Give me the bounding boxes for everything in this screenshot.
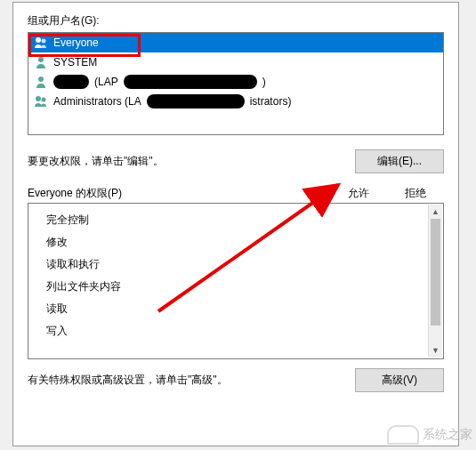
user-row-administrators[interactable]: Administrators (LA istrators) [28, 92, 443, 111]
permission-item: 读取 [28, 298, 443, 320]
svg-point-0 [36, 37, 41, 43]
svg-point-1 [42, 39, 46, 44]
edit-hint-text: 要更改权限，请单击"编辑"。 [28, 154, 164, 169]
permissions-for-label: Everyone 的权限(P) [28, 186, 330, 201]
svg-point-4 [36, 96, 41, 101]
svg-point-2 [38, 57, 44, 62]
user-name-tail: ) [262, 76, 266, 88]
edit-button[interactable]: 编辑(E)... [355, 149, 444, 173]
permission-item: 写入 [28, 320, 443, 342]
user-list[interactable]: Everyone SYSTEM (LAP ) Administrators (L… [28, 32, 444, 135]
user-name: Administrators (LA [53, 95, 141, 108]
allow-column-header: 允许 [330, 186, 387, 201]
user-row-system[interactable]: SYSTEM [28, 52, 443, 72]
svg-point-5 [42, 98, 46, 102]
redacted-text [124, 75, 257, 89]
permission-item: 读取和执行 [28, 253, 443, 276]
scroll-down-arrow-icon[interactable]: ▼ [429, 343, 442, 358]
security-panel: 组或用户名(G): Everyone SYSTEM (LAP ) Adminis… [12, 2, 459, 446]
permission-item: 列出文件夹内容 [28, 276, 443, 298]
groups-users-label: 组或用户名(G): [28, 13, 444, 28]
user-name: SYSTEM [53, 56, 97, 68]
permissions-list[interactable]: 完全控制 修改 读取和执行 列出文件夹内容 读取 写入 ▲ ▼ [28, 203, 444, 359]
user-icon [34, 55, 48, 69]
advanced-hint-text: 有关特殊权限或高级设置，请单击"高级"。 [28, 373, 228, 388]
redacted-text [53, 75, 89, 89]
scrollbar[interactable]: ▲ ▼ [428, 205, 442, 358]
user-name: Everyone [53, 36, 99, 49]
redacted-text [147, 94, 245, 108]
users-icon [34, 94, 48, 108]
users-icon [34, 36, 48, 50]
user-row-redacted-1[interactable]: (LAP ) [28, 72, 443, 92]
user-row-everyone[interactable]: Everyone [28, 33, 443, 52]
watermark-logo-icon [387, 425, 419, 445]
svg-point-3 [38, 76, 44, 82]
permission-item: 完全控制 [28, 209, 443, 231]
watermark-text: 系统之家 [423, 427, 472, 443]
scroll-up-arrow-icon[interactable]: ▲ [429, 205, 442, 219]
user-name: (LAP [94, 76, 118, 88]
permission-item: 修改 [28, 231, 443, 253]
advanced-button[interactable]: 高级(V) [355, 368, 444, 392]
user-name-tail: istrators) [250, 95, 292, 108]
scrollbar-thumb[interactable] [431, 219, 440, 325]
deny-column-header: 拒绝 [387, 186, 444, 201]
watermark: 系统之家 [387, 425, 472, 445]
user-icon [34, 75, 48, 89]
